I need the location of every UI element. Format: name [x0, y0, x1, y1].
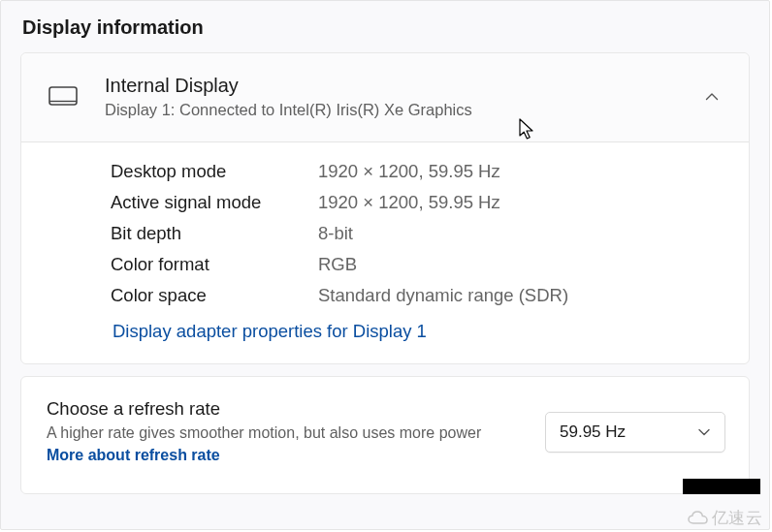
detail-label: Bit depth: [111, 223, 318, 244]
detail-row: Active signal mode 1920 × 1200, 59.95 Hz: [111, 187, 725, 218]
more-about-refresh-link[interactable]: More about refresh rate: [47, 447, 220, 463]
detail-label: Active signal mode: [111, 192, 318, 213]
detail-row: Bit depth 8-bit: [111, 218, 725, 249]
detail-value: RGB: [318, 254, 357, 275]
watermark-text: 亿速云: [712, 507, 763, 529]
cloud-icon: [688, 511, 709, 526]
display-name: Internal Display: [105, 73, 704, 98]
display-details: Desktop mode 1920 × 1200, 59.95 Hz Activ…: [21, 142, 749, 363]
display-info-card: Internal Display Display 1: Connected to…: [20, 52, 750, 364]
display-header-titles: Internal Display Display 1: Connected to…: [105, 73, 704, 122]
detail-row: Color space Standard dynamic range (SDR): [111, 280, 725, 311]
detail-row: Desktop mode 1920 × 1200, 59.95 Hz: [111, 156, 725, 187]
section-title: Display information: [22, 16, 750, 39]
detail-value: 1920 × 1200, 59.95 Hz: [318, 192, 500, 213]
display-adapter-link[interactable]: Display adapter properties for Display 1: [113, 321, 427, 341]
settings-page: Display information Internal Display Dis…: [0, 0, 770, 530]
detail-row: Color format RGB: [111, 249, 725, 280]
refresh-selected-value: 59.95 Hz: [560, 422, 626, 442]
monitor-icon: [48, 86, 78, 108]
display-expander-header[interactable]: Internal Display Display 1: Connected to…: [21, 53, 749, 142]
refresh-title: Choose a refresh rate: [47, 398, 526, 420]
detail-label: Desktop mode: [111, 161, 318, 182]
detail-value: 8-bit: [318, 223, 353, 244]
detail-value: Standard dynamic range (SDR): [318, 285, 568, 306]
refresh-rate-select[interactable]: 59.95 Hz: [545, 412, 725, 453]
refresh-description: A higher rate gives smoother motion, but…: [47, 422, 502, 466]
watermark-bar: [683, 479, 760, 494]
chevron-up-icon: [704, 89, 720, 105]
detail-label: Color format: [111, 254, 318, 275]
chevron-down-icon: [697, 425, 711, 439]
watermark: 亿速云: [688, 507, 763, 529]
refresh-text: Choose a refresh rate A higher rate give…: [47, 398, 526, 466]
refresh-desc-text: A higher rate gives smoother motion, but…: [47, 424, 481, 441]
refresh-rate-card: Choose a refresh rate A higher rate give…: [20, 376, 750, 494]
adapter-link-row: Display adapter properties for Display 1: [111, 321, 725, 342]
display-subtitle: Display 1: Connected to Intel(R) Iris(R)…: [105, 98, 704, 122]
svg-rect-0: [49, 87, 77, 105]
detail-label: Color space: [111, 285, 318, 306]
detail-value: 1920 × 1200, 59.95 Hz: [318, 161, 500, 182]
